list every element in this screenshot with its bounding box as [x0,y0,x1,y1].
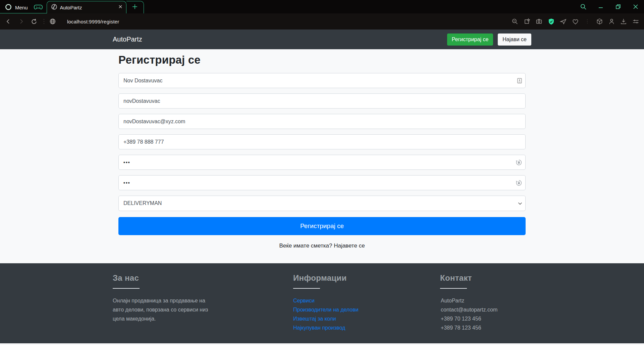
autofill-contact-icon[interactable] [517,77,522,84]
footer-contact-title: Контакт [440,273,531,283]
footer-contact-name: AutoPartz [440,296,531,305]
footer-info-title: Информации [293,273,360,283]
browser-toolbar: localhost:9999/register [0,13,644,29]
footer-contact-column: Контакт AutoPartz contact@autopartz.com … [440,273,531,332]
nav-login-button[interactable]: Најави се [498,33,531,46]
tab-close-icon[interactable] [118,4,123,10]
restore-icon[interactable] [614,3,622,10]
email-field-wrap [118,114,526,129]
toolbar-dots-separator-icon [42,17,46,26]
username-input[interactable] [118,93,526,109]
browser-menu-zone: Menu [0,2,47,13]
toolbar-right-icons [511,18,639,25]
back-icon[interactable] [4,17,13,26]
plus-icon [132,4,138,11]
reload-icon[interactable] [30,17,38,26]
role-select[interactable]: DELIVERYMAN [118,196,526,211]
brand-link[interactable]: AutoPartz [113,36,142,43]
suggest-password-icon[interactable] [516,180,522,186]
minimize-icon[interactable] [597,3,604,10]
footer-info-column: Информации Сервиси Производители на дело… [293,273,360,332]
browser-menu-label: Menu [15,5,28,10]
login-prompt[interactable]: Веќе имате сметка? Најавете се [118,243,526,249]
adblock-shield-icon[interactable] [547,18,555,25]
navbar-actions: Регистрирај се Најави се [447,33,531,46]
window-controls [580,3,639,10]
password-input[interactable] [118,155,526,170]
gx-corner-button[interactable] [34,4,43,12]
chevron-down-icon [518,200,522,206]
browser-tab-autopartz[interactable]: AutoPartz [47,1,126,13]
role-field-wrap: DELIVERYMAN [118,196,526,211]
heart-pinboard-icon[interactable] [572,18,579,25]
phone-input[interactable] [118,134,526,149]
footer-rule [440,288,467,289]
footer-rule [293,288,320,289]
footer-about-title: За нас [113,273,213,283]
name-field-wrap [118,73,526,88]
toolbar-right-separator-icon [584,18,591,25]
register-page: Регистрирај се DELIVERYMAN Р [118,49,526,249]
footer-about-column: За нас Онлајн продавница за продавање на… [113,273,213,332]
site-globe-icon[interactable] [48,17,57,26]
address-bar-url[interactable]: localhost:9999/register [67,19,119,24]
forward-icon[interactable] [17,17,25,26]
footer-rule [113,288,140,289]
tab-title: AutoPartz [60,5,115,10]
footer-contact-phone-2: +389 78 123 456 [440,323,531,332]
suggest-password-icon[interactable] [516,159,522,166]
tab-favicon [51,4,57,11]
footer-contact-phone-1: +389 70 123 456 [440,314,531,323]
email-input[interactable] [118,114,526,129]
register-submit-button[interactable]: Регистрирај се [118,217,526,235]
gamepad-icon [34,4,43,12]
settings-tune-icon[interactable] [632,18,639,25]
close-window-icon[interactable] [632,3,639,10]
footer-link-services[interactable]: Сервиси [293,296,360,305]
browser-tab-strip: Menu AutoPartz [0,0,644,13]
role-selected-value: DELIVERYMAN [123,200,162,206]
confirm-password-field-wrap [118,175,526,190]
page-title: Регистрирај се [118,54,526,66]
name-input[interactable] [118,73,526,88]
bookmark-star-icon[interactable] [523,18,531,25]
nav-register-button[interactable]: Регистрирај се [447,33,493,46]
site-footer: За нас Онлајн продавница за продавање на… [0,263,644,343]
username-field-wrap [118,93,526,109]
footer-about-text: Онлајн продавница за продавање на авто д… [113,296,213,323]
password-field-wrap [118,155,526,170]
phone-field-wrap [118,134,526,149]
flow-send-icon[interactable] [559,18,567,25]
profile-person-icon[interactable] [608,18,615,25]
confirm-password-input[interactable] [118,175,526,190]
footer-link-manufacturers[interactable]: Производители на делови [293,305,360,314]
site-navbar: AutoPartz Регистрирај се Најави се [0,29,644,49]
browser-menu-button[interactable]: Menu [5,3,28,12]
new-tab-button[interactable] [126,1,144,13]
opera-logo-icon [5,3,12,12]
footer-link-top-product[interactable]: Најкупуван производ [293,323,360,332]
downloads-icon[interactable] [620,18,627,25]
snapshot-camera-icon[interactable] [535,18,543,25]
browser-search-icon[interactable] [580,3,587,10]
footer-contact-email: contact@autopartz.com [440,305,531,314]
extensions-cube-icon[interactable] [596,18,603,25]
footer-link-car-report[interactable]: Извештај за коли [293,314,360,323]
zoom-page-icon[interactable] [511,18,519,25]
